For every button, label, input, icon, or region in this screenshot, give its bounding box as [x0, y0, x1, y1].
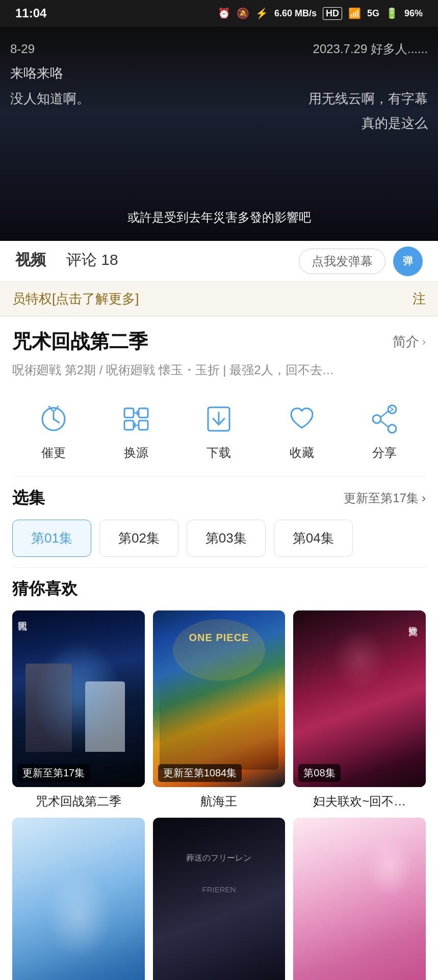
- video-subtitle: 或許是受到去年災害多發的影響吧: [0, 209, 438, 226]
- heart-icon: [282, 400, 321, 438]
- share-label: 分享: [372, 445, 397, 461]
- action-share[interactable]: 分享: [365, 400, 404, 461]
- danmu-overlay: 8-29 2023.7.29 好多人...... 来咯来咯 没人知道啊。 用无线…: [0, 27, 438, 144]
- recommend-item-4[interactable]: [12, 818, 145, 980]
- badge-jujutsu: 更新至第17集: [17, 764, 90, 782]
- clock-icon: [34, 400, 73, 438]
- bluetooth-icon: ⚡: [255, 7, 268, 19]
- recommend-thumb-onepiece: ONE PIECE 更新至第1084集: [153, 610, 286, 787]
- comment-really: 真的是这么: [362, 113, 428, 134]
- content-area: 咒术回战第二季 简介 › 呪術廻戦 第2期 / 呪術廻戦 懐玉・玉折 | 最强2…: [0, 316, 438, 980]
- collect-label: 收藏: [290, 445, 314, 461]
- status-icons: ⏰ 🔕 ⚡ 6.60 MB/s HD 📶 5G 🔋 96%: [218, 7, 423, 20]
- recommend-thumb-frieren: 葬送のフリーレン FRIEREN: [153, 818, 286, 980]
- status-time: 11:04: [15, 6, 46, 20]
- comment-laolao: 来咯来咯: [10, 63, 63, 84]
- episode-list: 第01集 第02集 第03集 第04集: [12, 520, 426, 557]
- tab-video[interactable]: 视频: [15, 250, 46, 273]
- intro-arrow-icon: ›: [422, 335, 426, 349]
- cuigeng-label: 催更: [41, 445, 66, 461]
- update-info[interactable]: 更新至第17集 ›: [344, 490, 426, 506]
- tab-bar: 视频 评论 18 点我发弹幕 弹: [0, 241, 438, 282]
- recommend-thumb-4: [12, 818, 145, 980]
- comment-wireless: 用无线云啊，有字幕: [308, 88, 428, 110]
- recommend-item-frieren[interactable]: 葬送のフリーレン FRIEREN: [153, 818, 286, 980]
- huanyuan-label: 换源: [124, 445, 148, 461]
- action-cuigeng[interactable]: 催更: [34, 400, 73, 461]
- svg-line-2: [54, 419, 59, 423]
- download-icon: [199, 400, 238, 438]
- name-jujutsu: 咒术回战第二季: [12, 793, 145, 810]
- title-row: 咒术回战第二季 简介 ›: [12, 329, 426, 355]
- badge-hufu: 第08集: [298, 764, 340, 782]
- speed-indicator: 6.60 MB/s: [274, 8, 317, 19]
- mute-icon: 🔕: [237, 7, 249, 19]
- svg-point-14: [373, 415, 381, 423]
- badge-onepiece: 更新至第1084集: [158, 764, 242, 782]
- download-label: 下载: [207, 445, 231, 461]
- name-hufu: 妇夫联欢~回不…: [293, 793, 426, 810]
- action-huanyuan[interactable]: 换源: [117, 400, 156, 461]
- episode-btn-03[interactable]: 第03集: [187, 520, 266, 557]
- episode-header: 选集 更新至第17集 ›: [12, 487, 426, 509]
- tab-actions: 点我发弹幕 弹: [299, 247, 423, 276]
- recommend-item-hufu[interactable]: 大帰交歓 第08集 妇夫联欢~回不…: [293, 610, 426, 810]
- video-background: 8-29 2023.7.29 好多人...... 来咯来咯 没人知道啊。 用无线…: [0, 27, 438, 241]
- anime-tags: 呪術廻戦 第2期 / 呪術廻戦 懐玉・玉折 | 最强2人，回不去…: [12, 361, 426, 379]
- signal-icon: 5G: [367, 8, 379, 19]
- recommend-thumb-jujutsu: 咒術回戰 更新至第17集: [12, 610, 145, 787]
- battery-icon: 🔋: [385, 7, 398, 19]
- action-download[interactable]: 下载: [199, 400, 238, 461]
- episode-title: 选集: [12, 487, 45, 509]
- svg-rect-6: [139, 408, 148, 418]
- recommend-thumb-6: [293, 818, 426, 980]
- episode-btn-04[interactable]: 第04集: [274, 520, 353, 557]
- svg-rect-5: [124, 408, 134, 418]
- episode-section: 选集 更新至第17集 › 第01集 第02集 第03集 第04集: [12, 477, 426, 568]
- episode-btn-01[interactable]: 第01集: [12, 520, 91, 557]
- recommend-grid: 咒術回戰 更新至第17集 咒术回战第二季 ONE PIECE 更新至第1084集: [12, 610, 426, 980]
- danmu-icon-btn[interactable]: 弹: [393, 247, 423, 276]
- member-text: 员特权[点击了解更多]: [12, 290, 139, 308]
- episode-btn-02[interactable]: 第02集: [99, 520, 178, 557]
- svg-line-16: [381, 411, 388, 417]
- intro-link[interactable]: 简介 ›: [393, 333, 426, 351]
- wifi-icon: 📶: [348, 7, 361, 19]
- recommend-thumb-hufu: 大帰交歓 第08集: [293, 610, 426, 787]
- recommend-section: 猜你喜欢 咒術回戰 更新至第17集 咒术回战第二季: [12, 568, 426, 980]
- danmu-text-btn[interactable]: 点我发弹幕: [299, 249, 385, 274]
- svg-point-13: [388, 405, 396, 413]
- recommend-title: 猜你喜欢: [12, 578, 426, 600]
- svg-point-15: [388, 425, 396, 433]
- video-player[interactable]: 8-29 2023.7.29 好多人...... 来咯来咯 没人知道啊。 用无线…: [0, 27, 438, 241]
- action-collect[interactable]: 收藏: [282, 400, 321, 461]
- svg-rect-8: [139, 421, 148, 430]
- member-note: 注: [413, 290, 426, 308]
- svg-line-17: [381, 421, 388, 427]
- recommend-item-6[interactable]: [293, 818, 426, 980]
- switch-icon: [117, 400, 156, 438]
- alarm-icon: ⏰: [218, 7, 230, 19]
- update-arrow-icon: ›: [422, 491, 426, 505]
- name-onepiece: 航海王: [153, 793, 286, 810]
- comment-date-left: 8-29: [10, 39, 35, 59]
- svg-rect-7: [124, 421, 134, 430]
- member-banner[interactable]: 员特权[点击了解更多] 注: [0, 282, 438, 316]
- share-icon: [365, 400, 404, 438]
- battery-percent: 96%: [404, 8, 423, 19]
- recommend-item-jujutsu[interactable]: 咒術回戰 更新至第17集 咒术回战第二季: [12, 610, 145, 810]
- comment-nobody: 没人知道啊。: [10, 88, 90, 110]
- hd-badge: HD: [323, 7, 342, 20]
- anime-title: 咒术回战第二季: [12, 329, 148, 355]
- tab-comment[interactable]: 评论 18: [66, 250, 118, 273]
- status-bar: 11:04 ⏰ 🔕 ⚡ 6.60 MB/s HD 📶 5G 🔋 96%: [0, 0, 438, 27]
- recommend-item-onepiece[interactable]: ONE PIECE 更新至第1084集 航海王: [153, 610, 286, 810]
- action-buttons: 催更 换源: [12, 395, 426, 477]
- comment-date-right: 2023.7.29 好多人......: [313, 39, 428, 59]
